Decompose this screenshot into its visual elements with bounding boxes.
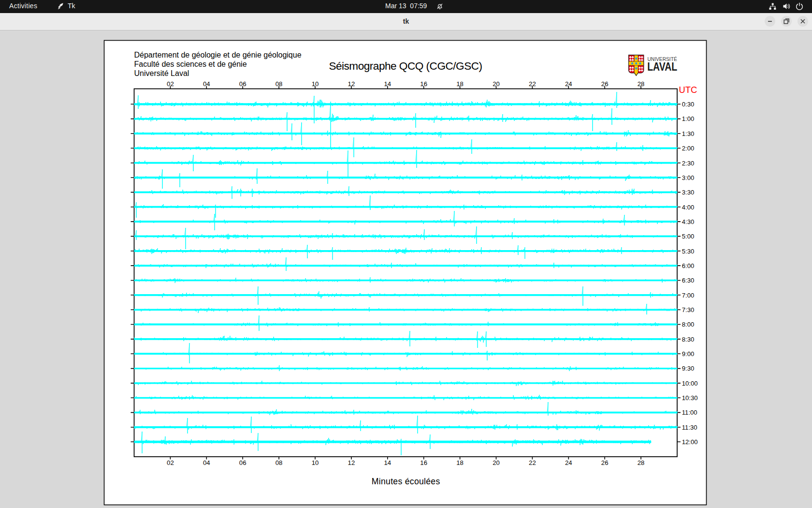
svg-text:1:30: 1:30 [682,130,694,137]
svg-text:11:00: 11:00 [682,409,697,416]
svg-text:5:00: 5:00 [682,233,694,240]
svg-text:10:00: 10:00 [682,380,698,387]
svg-text:20: 20 [493,80,500,88]
svg-text:UTC: UTC [679,85,697,95]
svg-text:06: 06 [239,80,246,88]
svg-text:02: 02 [167,80,174,88]
svg-text:7:00: 7:00 [682,292,694,299]
svg-text:22: 22 [529,80,536,88]
svg-text:2:30: 2:30 [682,160,694,167]
svg-text:3:00: 3:00 [682,174,694,181]
svg-text:3:30: 3:30 [682,189,694,196]
svg-text:9:00: 9:00 [682,350,694,358]
svg-text:4:00: 4:00 [682,204,694,211]
svg-text:8:30: 8:30 [682,336,694,343]
svg-text:10: 10 [312,459,319,466]
svg-text:10:30: 10:30 [682,394,698,402]
svg-text:06: 06 [239,459,246,466]
svg-text:6:00: 6:00 [682,262,694,269]
svg-text:16: 16 [420,80,427,88]
svg-text:08: 08 [276,459,283,466]
svg-text:18: 18 [456,459,464,466]
svg-text:12: 12 [348,80,355,88]
svg-text:6:30: 6:30 [682,277,694,284]
svg-text:7:30: 7:30 [682,306,694,314]
svg-text:11:30: 11:30 [682,424,697,431]
svg-text:9:30: 9:30 [682,365,694,372]
svg-text:Séismographe QCQ (CGC/GSC): Séismographe QCQ (CGC/GSC) [329,60,482,72]
svg-text:8:00: 8:00 [682,321,694,328]
svg-text:LAVAL: LAVAL [647,60,677,73]
svg-text:0:30: 0:30 [682,101,694,108]
svg-text:26: 26 [601,459,609,466]
svg-text:24: 24 [565,80,572,88]
svg-text:18: 18 [456,80,464,88]
svg-text:Minutes écoulées: Minutes écoulées [372,477,440,486]
svg-text:28: 28 [638,459,645,466]
svg-text:12: 12 [348,459,355,466]
svg-text:2:00: 2:00 [682,145,694,152]
svg-text:10: 10 [312,80,319,88]
svg-text:28: 28 [638,80,645,88]
svg-text:12:00: 12:00 [682,438,698,446]
svg-text:1:00: 1:00 [682,115,694,122]
svg-text:16: 16 [420,459,427,466]
svg-text:22: 22 [529,459,536,466]
svg-text:14: 14 [384,459,391,466]
svg-text:5:30: 5:30 [682,248,694,255]
svg-text:Faculté des sciences et de gén: Faculté des sciences et de génie [134,60,247,68]
svg-text:14: 14 [384,80,391,88]
svg-text:24: 24 [565,459,572,466]
svg-text:04: 04 [203,80,210,88]
svg-text:08: 08 [276,80,283,88]
svg-text:Université Laval: Université Laval [134,69,189,77]
svg-text:20: 20 [493,459,500,466]
svg-text:02: 02 [167,459,174,466]
svg-text:Département de géologie et de: Département de géologie et de génie géol… [134,51,302,59]
svg-text:26: 26 [601,80,609,88]
svg-text:04: 04 [203,459,210,466]
svg-text:4:30: 4:30 [682,218,694,225]
